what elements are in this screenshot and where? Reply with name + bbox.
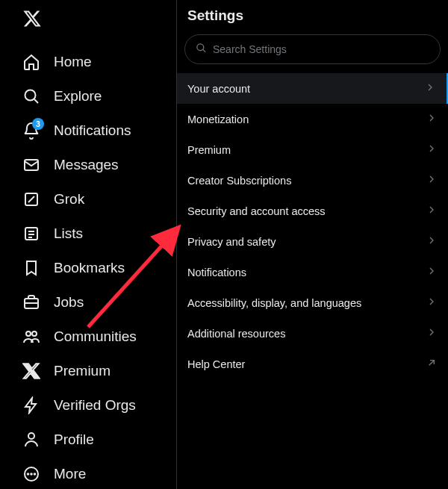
grok-icon (22, 190, 40, 208)
sidebar-item-label: More (54, 466, 86, 482)
sidebar-item-label: Home (54, 54, 92, 70)
x-logo[interactable] (0, 4, 176, 36)
settings-item-security-access[interactable]: Security and account access (177, 196, 448, 226)
sidebar-item-verified-orgs[interactable]: Verified Orgs (0, 388, 176, 423)
settings-item-your-account[interactable]: Your account (177, 73, 448, 104)
search-wrap (177, 34, 448, 73)
sidebar: Home Explore 3 Notifications Messages Gr… (0, 0, 177, 489)
sidebar-item-label: Grok (54, 191, 84, 208)
settings-item-privacy-safety[interactable]: Privacy and safety (177, 226, 448, 257)
svg-point-0 (25, 90, 36, 101)
search-icon (22, 87, 40, 105)
sidebar-item-grok[interactable]: Grok (0, 182, 176, 217)
settings-item-premium[interactable]: Premium (177, 134, 448, 165)
settings-item-monetization[interactable]: Monetization (177, 104, 448, 134)
search-icon (196, 43, 207, 57)
chevron-right-icon (426, 296, 438, 310)
sidebar-item-label: Verified Orgs (54, 397, 136, 414)
sidebar-item-messages[interactable]: Messages (0, 148, 176, 182)
sidebar-item-premium[interactable]: Premium (0, 354, 176, 388)
settings-item-label: Premium (187, 144, 231, 156)
settings-item-label: Your account (187, 83, 250, 95)
settings-item-label: Help Center (187, 358, 245, 370)
settings-item-help-center[interactable]: Help Center (177, 349, 448, 379)
svg-point-16 (31, 473, 32, 475)
svg-line-4 (28, 196, 34, 202)
chevron-right-icon (426, 265, 438, 279)
settings-item-notifications[interactable]: Notifications (177, 257, 448, 287)
settings-item-label: Notifications (187, 267, 246, 278)
communities-icon (22, 328, 40, 346)
sidebar-item-label: Communities (54, 328, 137, 345)
profile-icon (22, 431, 40, 449)
chevron-right-icon (426, 234, 438, 249)
search-settings[interactable] (184, 34, 441, 64)
settings-item-additional-resources[interactable]: Additional resources (177, 318, 448, 349)
sidebar-item-bookmarks[interactable]: Bookmarks (0, 251, 176, 285)
settings-item-label: Privacy and safety (187, 236, 276, 248)
sidebar-item-lists[interactable]: Lists (0, 217, 176, 251)
chevron-right-icon (426, 173, 438, 187)
svg-point-15 (28, 473, 29, 475)
settings-item-label: Security and account access (187, 205, 326, 217)
settings-item-accessibility[interactable]: Accessibility, display, and languages (177, 287, 448, 318)
settings-panel: Settings Your account Monetization Premi… (177, 0, 448, 489)
chevron-right-icon (426, 204, 438, 218)
sidebar-item-label: Jobs (54, 294, 84, 311)
svg-point-13 (28, 433, 34, 439)
briefcase-icon (22, 293, 40, 311)
sidebar-item-home[interactable]: Home (0, 45, 176, 79)
sidebar-item-profile[interactable]: Profile (0, 423, 176, 457)
sidebar-item-label: Notifications (54, 122, 131, 139)
svg-line-1 (34, 99, 38, 103)
bell-icon: 3 (22, 122, 40, 140)
lightning-icon (22, 396, 40, 414)
sidebar-item-label: Explore (54, 88, 102, 105)
chevron-right-icon (426, 143, 438, 157)
settings-item-label: Monetization (187, 113, 249, 125)
settings-item-label: Accessibility, display, and languages (187, 297, 361, 309)
page-title: Settings (177, 0, 448, 34)
envelope-icon (22, 156, 40, 174)
settings-item-label: Additional resources (187, 328, 285, 340)
sidebar-item-label: Premium (54, 363, 111, 379)
sidebar-item-jobs[interactable]: Jobs (0, 285, 176, 320)
chevron-right-icon (426, 326, 438, 340)
bookmark-icon (22, 259, 40, 277)
x-icon (22, 362, 40, 380)
chevron-right-icon (424, 81, 436, 96)
more-icon (22, 465, 40, 483)
notification-badge: 3 (32, 118, 44, 130)
list-icon (22, 225, 40, 243)
sidebar-item-notifications[interactable]: 3 Notifications (0, 113, 176, 148)
sidebar-item-label: Lists (54, 225, 83, 242)
search-input[interactable] (213, 43, 429, 55)
chevron-right-icon (426, 112, 438, 126)
settings-item-label: Creator Subscriptions (187, 175, 291, 187)
sidebar-item-label: Messages (54, 157, 119, 173)
external-link-icon (426, 357, 438, 371)
sidebar-item-explore[interactable]: Explore (0, 79, 176, 113)
home-icon (22, 53, 40, 71)
settings-item-creator-subscriptions[interactable]: Creator Subscriptions (177, 165, 448, 196)
svg-point-17 (34, 473, 36, 475)
svg-point-11 (26, 331, 31, 336)
svg-point-12 (32, 331, 37, 336)
sidebar-item-more[interactable]: More (0, 457, 176, 489)
sidebar-item-label: Bookmarks (54, 260, 125, 276)
sidebar-item-communities[interactable]: Communities (0, 320, 176, 354)
sidebar-item-label: Profile (54, 432, 94, 448)
